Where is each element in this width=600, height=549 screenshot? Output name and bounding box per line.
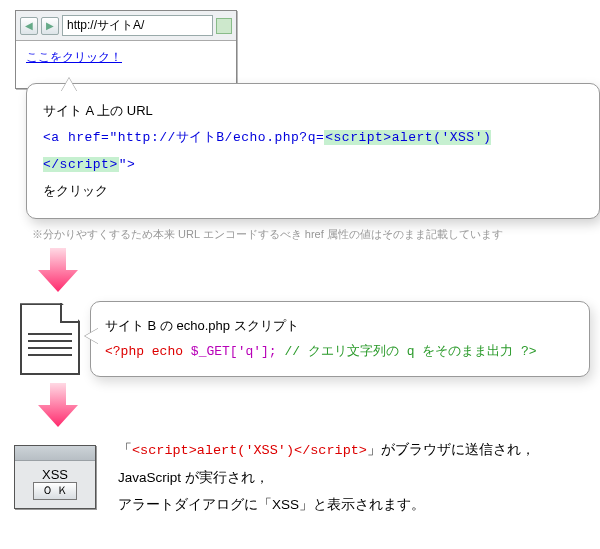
final-line3: アラートダイアログに「XSS」と表示されます。: [118, 491, 535, 518]
bubble1-line1: サイト A 上の URL: [43, 98, 583, 124]
final-l1c: 」がブラウザに送信され，: [367, 442, 535, 457]
bubble1-code: <a href="http://サイトB/echo.php?q=<script>…: [43, 124, 583, 178]
speech-bubble-url: サイト A 上の URL <a href="http://サイトB/echo.p…: [26, 83, 600, 219]
server-step-row: サイト B の echo.php スクリプト <?php echo $_GET[…: [10, 301, 590, 377]
bubble1-line3: をクリック: [43, 178, 583, 204]
flow-arrow-2: [38, 383, 590, 430]
page-link[interactable]: ここをクリック！: [26, 50, 122, 64]
result-step-row: XSS Ｏ Ｋ 「<script>alert('XSS')</script>」が…: [10, 436, 590, 518]
speech-bubble-php: サイト B の echo.php スクリプト <?php echo $_GET[…: [90, 301, 590, 377]
final-l1a: 「: [118, 442, 132, 457]
forward-button[interactable]: ▶: [41, 17, 59, 35]
address-bar[interactable]: http://サイトA/: [62, 15, 213, 36]
final-script-code: <script>alert('XSS')</script>: [132, 443, 367, 458]
php-get-var: $_GET['q'];: [191, 344, 277, 359]
browser-toolbar: ◀ ▶ http://サイトA/: [16, 11, 236, 41]
document-icon: [20, 303, 80, 375]
final-line2: JavaScript が実行され，: [118, 464, 535, 491]
code-anchor-close: ">: [119, 157, 136, 172]
back-button[interactable]: ◀: [20, 17, 38, 35]
alert-titlebar: [15, 446, 95, 461]
php-comment: // クエリ文字列の q をそのまま出力 ?>: [277, 344, 537, 359]
final-line1: 「<script>alert('XSS')</script>」がブラウザに送信さ…: [118, 436, 535, 464]
alert-ok-button[interactable]: Ｏ Ｋ: [33, 482, 77, 500]
bubble2-code: <?php echo $_GET['q']; // クエリ文字列の q をそのま…: [105, 339, 575, 365]
php-open: <?php echo: [105, 344, 191, 359]
go-button[interactable]: [216, 18, 232, 34]
flow-arrow-1: [38, 248, 590, 295]
encoding-note: ※分かりやすくするため本来 URL エンコードするべき href 属性の値はその…: [32, 227, 590, 242]
alert-dialog: XSS Ｏ Ｋ: [14, 445, 96, 509]
browser-window: ◀ ▶ http://サイトA/ ここをクリック！: [15, 10, 237, 89]
result-explanation: 「<script>alert('XSS')</script>」がブラウザに送信さ…: [118, 436, 535, 518]
bubble2-line1: サイト B の echo.php スクリプト: [105, 314, 575, 339]
alert-body: XSS Ｏ Ｋ: [15, 461, 95, 508]
browser-viewport: ここをクリック！: [16, 41, 236, 88]
alert-message: XSS: [15, 467, 95, 482]
code-anchor-open: <a href="http://サイトB/echo.php?q=: [43, 130, 324, 145]
